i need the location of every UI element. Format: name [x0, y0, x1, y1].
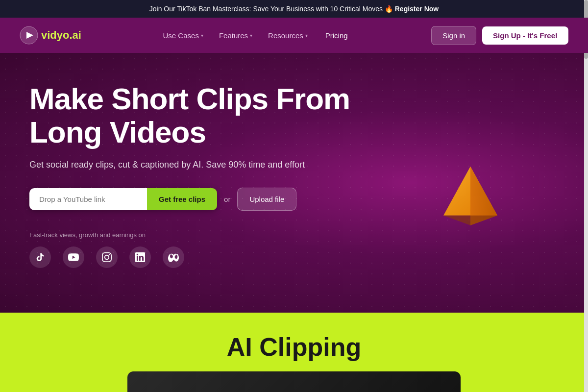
signin-button[interactable]: Sign in: [431, 26, 476, 45]
or-text: or: [224, 195, 230, 203]
youtube-link-input[interactable]: [29, 188, 147, 210]
video-preview-text: COME: [261, 389, 327, 392]
svg-marker-4: [443, 216, 497, 225]
signup-button[interactable]: Sign Up - It's Free!: [482, 26, 568, 45]
get-clips-button[interactable]: Get free clips: [147, 188, 217, 210]
tiktok-icon[interactable]: [29, 246, 51, 268]
ai-video-preview: COME: [127, 371, 461, 392]
announcement-bar: Join Our TikTok Ban Masterclass: Save Yo…: [0, 0, 588, 18]
nav-features[interactable]: Features ▾: [213, 27, 258, 44]
logo-icon: [20, 26, 38, 45]
nav-use-cases[interactable]: Use Cases ▾: [157, 27, 209, 44]
nav-pricing[interactable]: Pricing: [318, 27, 356, 44]
hero-section: Make Short Clips From Long Videos Get so…: [0, 53, 588, 313]
resources-chevron-icon: ▾: [305, 33, 308, 38]
upload-file-button[interactable]: Upload file: [237, 188, 296, 211]
triangle-decoration: [441, 162, 500, 232]
fast-track-label: Fast-track views, growth and earnings on: [29, 231, 382, 239]
hero-title: Make Short Clips From Long Videos: [29, 82, 382, 149]
nav-links: Use Cases ▾ Features ▾ Resources ▾ Prici…: [157, 27, 356, 44]
logo-text: vidyo.ai: [41, 29, 81, 42]
logo[interactable]: vidyo.ai: [20, 26, 81, 45]
features-chevron-icon: ▾: [250, 33, 252, 38]
social-icons: [29, 246, 382, 268]
announcement-text: Join Our TikTok Ban Masterclass: Save Yo…: [149, 5, 395, 13]
page-scrollbar[interactable]: [584, 0, 588, 392]
instagram-icon[interactable]: [96, 246, 118, 268]
ai-clipping-title: AI Clipping: [227, 332, 361, 362]
use-cases-chevron-icon: ▾: [201, 33, 203, 38]
hero-subtitle: Get social ready clips, cut & captioned …: [29, 160, 382, 170]
ai-clipping-section: AI Clipping COME: [0, 313, 588, 392]
youtube-icon[interactable]: [63, 246, 84, 268]
navbar: vidyo.ai Use Cases ▾ Features ▾ Resource…: [0, 18, 588, 53]
hero-content: Make Short Clips From Long Videos Get so…: [29, 82, 382, 268]
youtube-input-wrapper: Get free clips: [29, 188, 217, 210]
linkedin-icon[interactable]: [129, 246, 151, 268]
cta-row: Get free clips or Upload file: [29, 188, 382, 211]
nav-resources[interactable]: Resources ▾: [262, 27, 314, 44]
announcement-cta[interactable]: Register Now: [395, 5, 439, 13]
meta-icon[interactable]: [163, 246, 184, 268]
nav-actions: Sign in Sign Up - It's Free!: [431, 26, 568, 45]
